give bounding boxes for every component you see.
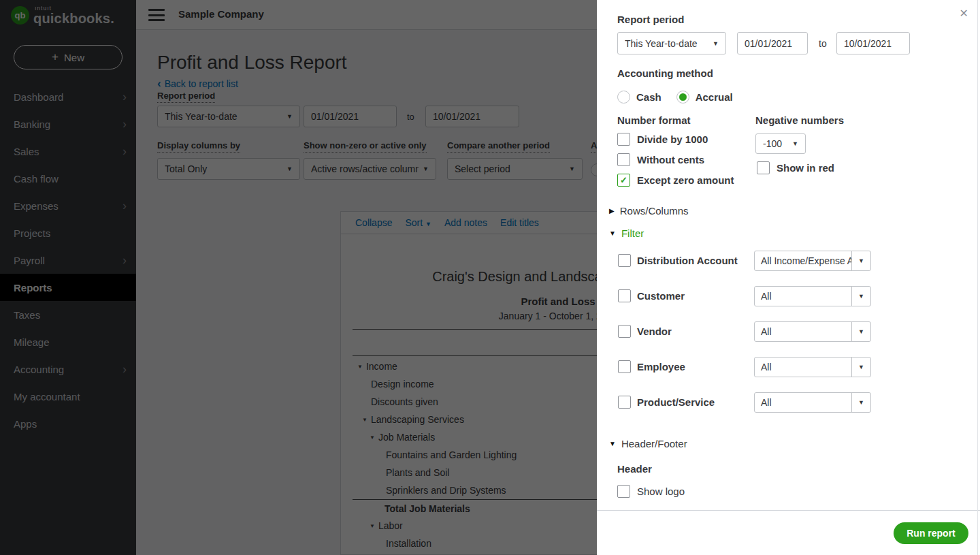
negative-format-select[interactable]: -100 — [755, 133, 806, 154]
distribution-account-select[interactable]: All Income/Expense Accounts ▼ — [754, 251, 871, 271]
panel-date-from-input[interactable] — [737, 32, 808, 54]
triangle-down-icon: ▼ — [609, 440, 616, 447]
cash-radio[interactable]: Cash — [617, 91, 662, 104]
rows-columns-section-toggle[interactable]: ▶ Rows/Columns — [609, 205, 689, 217]
employee-select[interactable]: All ▼ — [754, 357, 871, 377]
customer-select[interactable]: All ▼ — [754, 286, 871, 306]
checkbox-unchecked-icon — [617, 133, 630, 146]
checkbox-unchecked-icon[interactable] — [618, 360, 631, 373]
vendor-select[interactable]: All ▼ — [754, 321, 871, 342]
negative-numbers-heading: Negative numbers — [755, 114, 844, 126]
checkbox-unchecked-icon[interactable] — [618, 396, 631, 409]
customize-report-panel: ✕ Report period This Year-to-date to Acc… — [597, 0, 980, 555]
checkbox-unchecked-icon — [757, 161, 770, 174]
filter-row-employee: Employee All ▼ — [597, 357, 980, 377]
accrual-radio[interactable]: Accrual — [676, 91, 733, 104]
triangle-right-icon: ▶ — [609, 207, 615, 215]
except-zero-amount-checkbox[interactable]: Except zero amount — [617, 174, 734, 187]
panel-to-label: to — [819, 38, 827, 49]
triangle-down-icon: ▼ — [609, 229, 616, 237]
accounting-method-heading: Accounting method — [617, 67, 713, 79]
number-format-heading: Number format — [617, 114, 691, 126]
radio-off-icon — [617, 91, 630, 104]
filter-section-toggle[interactable]: ▼ Filter — [609, 227, 644, 239]
header-footer-section-toggle[interactable]: ▼ Header/Footer — [609, 438, 687, 449]
run-report-button[interactable]: Run report — [894, 522, 968, 544]
caret-down-icon: ▼ — [851, 251, 870, 270]
show-in-red-checkbox[interactable]: Show in red — [757, 161, 834, 174]
product-service-select[interactable]: All ▼ — [754, 392, 871, 413]
show-logo-checkbox[interactable]: Show logo — [617, 485, 685, 498]
checkbox-checked-icon — [617, 174, 630, 187]
close-icon[interactable]: ✕ — [960, 7, 968, 20]
checkbox-unchecked-icon — [617, 153, 630, 166]
caret-down-icon: ▼ — [851, 393, 870, 412]
divide-by-1000-checkbox[interactable]: Divide by 1000 — [617, 133, 708, 146]
checkbox-unchecked-icon[interactable] — [618, 325, 631, 338]
filter-row-distribution-account: Distribution Account All Income/Expense … — [597, 251, 980, 271]
checkbox-unchecked-icon — [617, 485, 630, 498]
panel-footer: Run report — [597, 510, 980, 555]
caret-down-icon: ▼ — [851, 358, 870, 377]
checkbox-unchecked-icon[interactable] — [618, 289, 631, 302]
without-cents-checkbox[interactable]: Without cents — [617, 153, 704, 166]
filter-row-customer: Customer All ▼ — [597, 286, 980, 306]
panel-period-select[interactable]: This Year-to-date — [617, 32, 726, 54]
checkbox-unchecked-icon[interactable] — [618, 254, 631, 267]
panel-report-period-heading: Report period — [617, 14, 684, 25]
filter-row-vendor: Vendor All ▼ — [597, 321, 980, 342]
header-subheading: Header — [617, 463, 652, 475]
caret-down-icon: ▼ — [851, 322, 870, 341]
radio-on-icon — [676, 91, 689, 104]
filter-row-product-service: Product/Service All ▼ — [597, 392, 980, 413]
caret-down-icon: ▼ — [851, 287, 870, 306]
panel-date-to-input[interactable] — [836, 32, 910, 54]
